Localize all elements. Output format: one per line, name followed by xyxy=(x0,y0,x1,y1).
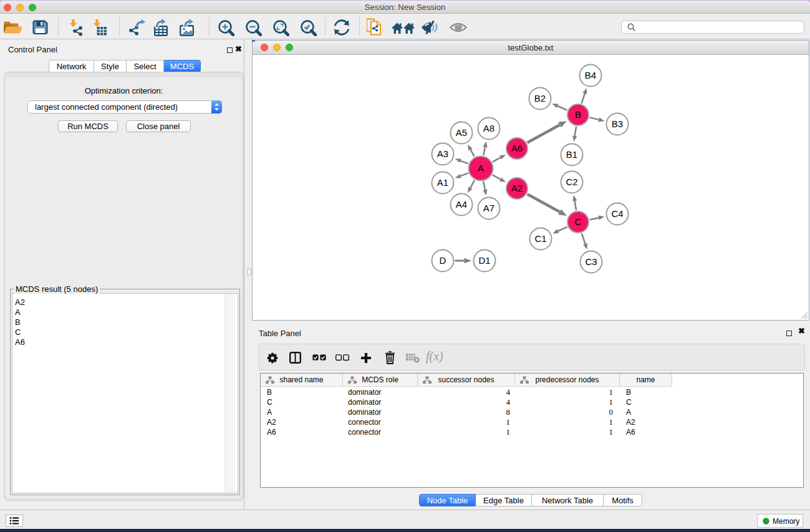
svg-text:B1: B1 xyxy=(566,149,577,160)
svg-text:C1: C1 xyxy=(534,233,546,244)
svg-text:C3: C3 xyxy=(585,256,597,267)
svg-text:D1: D1 xyxy=(478,255,490,266)
svg-text:C: C xyxy=(575,216,582,227)
svg-text:A3: A3 xyxy=(437,148,448,159)
svg-text:A5: A5 xyxy=(456,127,467,138)
svg-text:A8: A8 xyxy=(483,123,494,133)
svg-text:B3: B3 xyxy=(612,118,623,129)
svg-text:B2: B2 xyxy=(534,93,546,104)
svg-text:A6: A6 xyxy=(511,143,523,153)
svg-text:A2: A2 xyxy=(511,183,523,193)
svg-text:B4: B4 xyxy=(585,70,596,80)
svg-text:B: B xyxy=(575,109,581,120)
svg-text:A7: A7 xyxy=(483,203,494,213)
svg-text:D: D xyxy=(440,255,446,266)
svg-text:C4: C4 xyxy=(611,208,623,219)
svg-text:C2: C2 xyxy=(566,177,577,187)
svg-text:A4: A4 xyxy=(456,199,467,210)
svg-text:A: A xyxy=(478,163,484,173)
svg-text:A1: A1 xyxy=(437,177,448,188)
